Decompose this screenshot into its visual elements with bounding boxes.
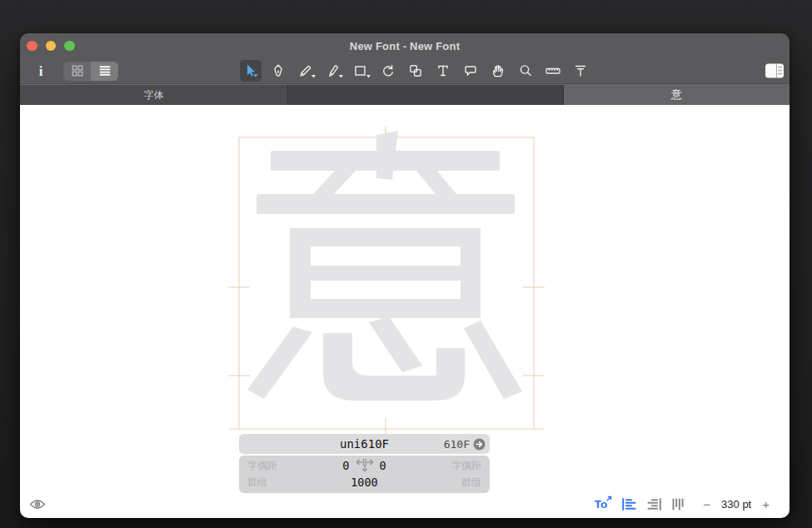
annotation-tool[interactable] [460,60,481,82]
sidebar-panel-icon [765,62,785,79]
glyph-unicode-group: 610F [444,434,486,454]
tab-font[interactable]: 字体 [20,85,287,105]
list-view-button[interactable] [91,62,118,81]
tab-bar: 字体 意 [20,84,790,105]
tab-font-label: 字体 [144,88,164,102]
ltr-align-icon [622,498,636,511]
tt-instructor-icon [573,63,588,78]
preview-toggle-button[interactable] [29,498,46,511]
view-controls: To [595,496,770,511]
glyph-info-header: uni610F 610F [239,434,490,454]
select-arrow-icon [243,63,259,79]
glyph-unicode: 610F [444,438,470,451]
ltr-direction-button[interactable] [622,498,636,511]
info-icon: i [39,64,43,78]
zoom-window-button[interactable] [64,41,75,52]
kerning-arrow-icon [606,496,612,501]
edit-canvas[interactable]: uni610F 610F 字偶距 0 [20,105,790,518]
vertical-direction-button[interactable] [672,498,684,511]
tool-palette [240,60,591,82]
text-tool[interactable] [432,60,454,82]
group-right-field[interactable]: 群组 [428,476,490,490]
go-to-unicode-button[interactable] [473,438,486,451]
measure-tool[interactable] [542,60,564,82]
pen-icon [271,63,286,78]
vertical-text-icon [672,498,684,511]
kerning-left-field[interactable]: 字偶距 [239,459,301,473]
hand-icon [491,63,506,78]
kerning-toggle-label: To [595,498,608,511]
eye-icon [29,498,46,511]
pencil-tool[interactable] [295,60,316,82]
scale-tool[interactable] [405,60,426,82]
traffic-lights [27,33,75,58]
toolbar: i [20,58,790,84]
title-bar[interactable]: New Font - New Font [20,33,790,58]
kerning-right-field[interactable]: 字偶距 [428,459,490,473]
right-sidebearing-field[interactable]: 0 [380,459,386,472]
ruler-icon [545,63,561,78]
glyph-placeholder-outline [247,131,522,401]
shape-pen-tool[interactable] [322,60,344,82]
rotate-icon [381,63,396,78]
dropdown-chevron-icon [311,75,316,78]
grid-view-icon [72,65,83,77]
minimize-button[interactable] [46,41,57,52]
zoom-level-field[interactable]: 330 pt [721,498,751,511]
view-mode-segmented-control [63,62,118,81]
glyph-metrics-block: 字偶距 0 [239,456,490,493]
zoom-in-button[interactable]: + [762,498,770,511]
zoom-tool[interactable] [515,60,536,82]
app-window: New Font - New Font i [20,33,790,518]
pen-tool[interactable] [267,60,289,82]
grid-view-button[interactable] [63,62,91,81]
list-view-icon [99,65,111,77]
window-title: New Font - New Font [350,40,460,52]
magnifier-icon [518,63,533,78]
metrics-arrows-icon [356,457,374,474]
kerning-toggle-button[interactable]: To [595,498,612,511]
scale-icon [408,63,423,78]
tab-bar-spacer [288,85,563,105]
group-left-field[interactable]: 群组 [239,476,301,490]
dropdown-chevron-icon [339,75,343,78]
truetype-instructor-tool[interactable] [570,60,591,82]
width-row: 群组 1000 群组 [239,474,490,491]
zoom-out-button[interactable]: − [703,498,710,511]
select-tool[interactable] [240,60,262,82]
tab-glyph-label: 意 [671,87,682,102]
glyph-width-field[interactable]: 1000 [351,476,378,489]
hand-tool[interactable] [487,60,509,82]
left-sidebearing-field[interactable]: 0 [342,459,349,472]
sidebar-toggle-button[interactable] [764,62,785,80]
font-info-button[interactable]: i [32,61,50,81]
rtl-direction-button[interactable] [647,498,661,511]
glyph-info-panel: uni610F 610F 字偶距 0 [239,434,490,493]
dropdown-chevron-icon [366,75,371,78]
rotate-tool[interactable] [377,60,399,82]
glyph-name[interactable]: uni610F [340,437,389,451]
tab-glyph-active[interactable]: 意 [564,85,790,105]
sidebearing-row: 字偶距 0 [239,457,490,474]
text-tool-icon [436,63,451,78]
desktop-background: { "titlebar": { "title": "New Font - New… [0,0,812,528]
rtl-align-icon [647,498,661,511]
close-button[interactable] [27,41,37,52]
speech-bubble-icon [463,63,478,78]
primitives-tool[interactable] [350,60,371,82]
